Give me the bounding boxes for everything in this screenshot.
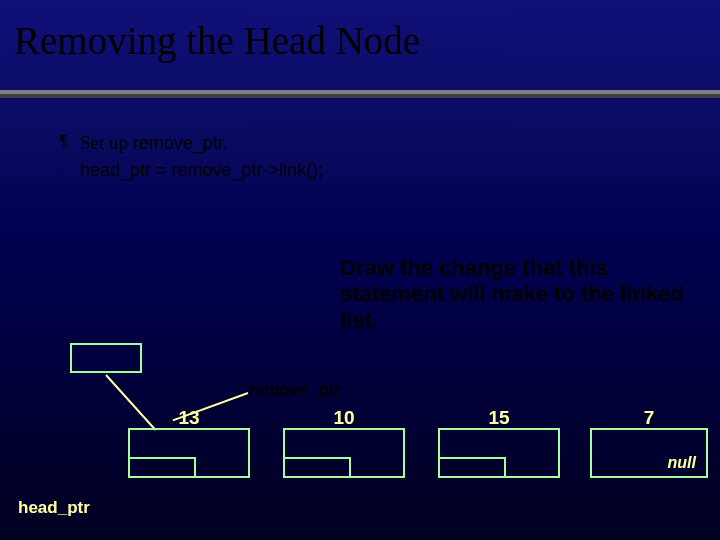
- bullet-1-prefix: Set up: [80, 132, 133, 153]
- bullet-list: ¶ Set up remove_ptr. · head_ptr = remove…: [60, 132, 323, 187]
- remove-ptr-label: remove_ptr: [248, 380, 341, 400]
- bullet-1-code: remove_ptr.: [133, 133, 228, 153]
- bullet-2-marker: ·: [60, 160, 80, 178]
- node-3-divider: [440, 457, 506, 476]
- node-1-value: 13: [130, 407, 248, 429]
- callout-text: Draw the change that this statement will…: [340, 255, 690, 334]
- bullet-1-marker: ¶: [60, 132, 80, 150]
- slide-title: Removing the Head Node: [14, 18, 420, 63]
- node-3: 15: [438, 428, 560, 478]
- node-4: 7 null: [590, 428, 708, 478]
- node-3-value: 15: [440, 407, 558, 429]
- bullet-1-text: Set up remove_ptr.: [80, 132, 228, 154]
- node-1: 13: [128, 428, 250, 478]
- title-underline: [0, 90, 720, 94]
- bullet-2-code: head_ptr = remove_ptr->link();: [80, 160, 323, 181]
- bullet-2: · head_ptr = remove_ptr->link();: [60, 160, 323, 181]
- bullet-1: ¶ Set up remove_ptr.: [60, 132, 323, 154]
- node-1-divider: [130, 457, 196, 476]
- node-2-divider: [285, 457, 351, 476]
- remove-ptr-box: [70, 343, 142, 373]
- node-2: 10: [283, 428, 405, 478]
- node-4-null: null: [668, 454, 696, 472]
- node-4-value: 7: [592, 407, 706, 429]
- head-ptr-label: head_ptr: [18, 498, 90, 518]
- node-2-value: 10: [285, 407, 403, 429]
